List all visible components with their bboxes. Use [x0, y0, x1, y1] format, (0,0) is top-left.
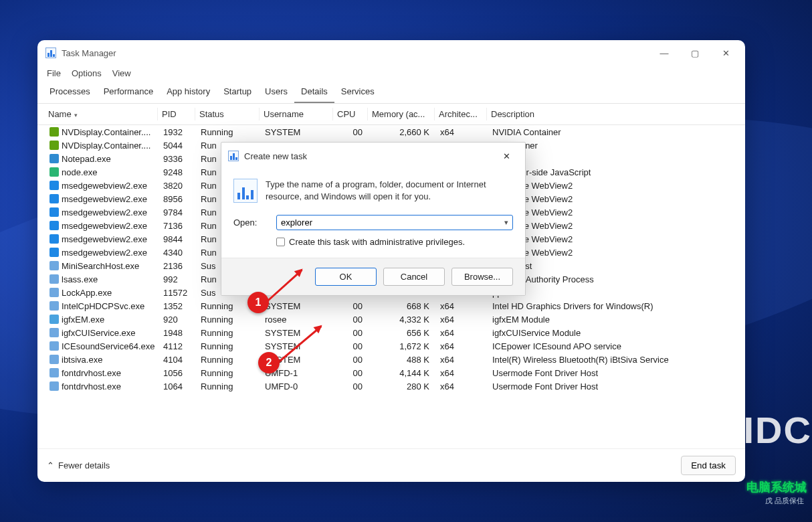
menu-file[interactable]: File	[47, 68, 61, 78]
watermark-sub: 戊 品质保住	[765, 496, 804, 506]
open-combobox[interactable]: ▾	[276, 215, 513, 230]
tab-startup[interactable]: Startup	[217, 82, 258, 103]
menubar: File Options View	[37, 66, 745, 82]
table-row[interactable]: fontdrvhost.exe1056RunningUMFD-1004,144 …	[39, 366, 744, 379]
fewer-details-button[interactable]: ⌃ Fewer details	[47, 460, 110, 470]
table-header[interactable]: Name▾ PID Status Username CPU Memory (ac…	[37, 104, 745, 125]
chevron-up-icon: ⌃	[47, 460, 54, 470]
menu-view[interactable]: View	[112, 68, 131, 78]
window-title: Task Manager	[62, 48, 116, 58]
table-row[interactable]: igfxEM.exe920Runningrosee004,332 Kx64igf…	[39, 313, 744, 326]
open-label: Open:	[233, 217, 267, 228]
tabs: Processes Performance App history Startu…	[37, 82, 745, 104]
table-row[interactable]: NVDisplay.Container....1932RunningSYSTEM…	[39, 125, 744, 139]
annotation-bubble-2: 2	[258, 352, 280, 373]
cancel-button[interactable]: Cancel	[383, 268, 445, 286]
tab-users[interactable]: Users	[258, 82, 294, 103]
run-large-icon	[233, 179, 258, 203]
col-status[interactable]: Status	[195, 108, 260, 120]
create-new-task-dialog: Create new task ✕ Type the name of a pro…	[221, 142, 526, 296]
dialog-close-button[interactable]: ✕	[494, 148, 518, 164]
admin-checkbox[interactable]	[276, 238, 285, 246]
ok-button[interactable]: OK	[315, 268, 377, 286]
col-pid[interactable]: PID	[158, 108, 195, 120]
tab-performance[interactable]: Performance	[97, 82, 160, 103]
admin-label: Create this task with administrative pri…	[289, 237, 465, 247]
minimize-button[interactable]: —	[649, 42, 680, 64]
watermark-brand: 电脑系统城	[746, 479, 807, 495]
tab-app-history[interactable]: App history	[160, 82, 217, 103]
col-desc[interactable]: Description	[487, 108, 738, 120]
menu-options[interactable]: Options	[72, 68, 102, 78]
table-row[interactable]: ICEsoundService64.exe4112RunningSYSTEM00…	[39, 339, 744, 353]
col-memory[interactable]: Memory (ac...	[368, 108, 435, 120]
titlebar[interactable]: Task Manager — ▢ ✕	[37, 40, 745, 66]
maximize-button[interactable]: ▢	[680, 42, 710, 64]
col-name[interactable]: Name▾	[44, 108, 158, 120]
table-row[interactable]: ibtsiva.exe4104RunningSYSTEM00488 Kx64In…	[39, 353, 744, 366]
end-task-button[interactable]: End task	[681, 456, 736, 475]
watermark-big: /IDC	[732, 408, 812, 452]
col-username[interactable]: Username	[260, 108, 333, 120]
table-row[interactable]: fontdrvhost.exe1064RunningUMFD-000280 Kx…	[39, 379, 744, 393]
table-row[interactable]: IntelCpHDCPSvc.exe1352RunningSYSTEM00668…	[39, 299, 744, 313]
chevron-down-icon[interactable]: ▾	[504, 218, 508, 227]
table-row[interactable]: igfxCUIService.exe1948RunningSYSTEM00656…	[39, 326, 744, 339]
annotation-bubble-1: 1	[247, 292, 269, 313]
tab-services[interactable]: Services	[334, 82, 381, 103]
dialog-description: Type the name of a program, folder, docu…	[266, 179, 513, 203]
tab-processes[interactable]: Processes	[43, 82, 97, 103]
tab-details[interactable]: Details	[294, 82, 334, 103]
run-icon	[228, 151, 239, 161]
open-input[interactable]	[281, 217, 504, 228]
app-icon	[45, 48, 56, 58]
browse-button[interactable]: Browse...	[451, 268, 513, 286]
col-cpu[interactable]: CPU	[333, 108, 368, 120]
close-button[interactable]: ✕	[710, 42, 741, 64]
col-arch[interactable]: Architec...	[435, 108, 487, 120]
dialog-title: Create new task	[244, 151, 307, 161]
